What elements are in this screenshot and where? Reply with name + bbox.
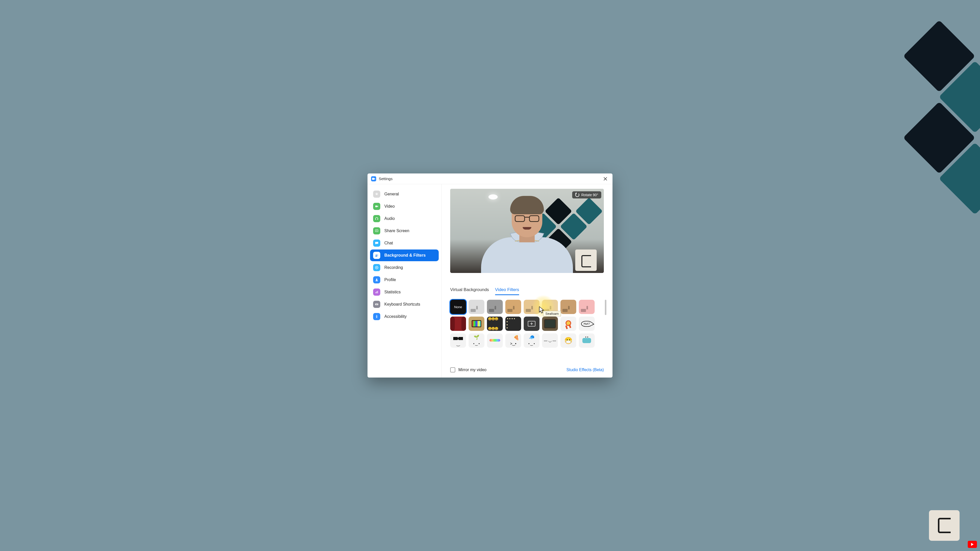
filter-emoji-border[interactable] [487,317,503,331]
person-preview [481,199,573,273]
filter-black-and-white[interactable] [469,300,484,314]
filters-scrollbar[interactable] [605,300,606,315]
svg-point-22 [376,315,377,316]
settings-dialog: Settings General Video Audio Share Scree… [368,173,612,378]
filter-baseball-cap[interactable] [524,333,539,348]
sidebar-item-recording[interactable]: Recording [370,262,439,273]
sidebar-item-label: Chat [384,241,393,245]
tab-virtual-backgrounds[interactable]: Virtual Backgrounds [450,287,489,295]
sidebar-item-label: Keyboard Shortcuts [384,302,420,306]
svg-rect-14 [377,291,378,293]
filter-pink[interactable] [579,300,595,314]
svg-rect-13 [376,291,377,293]
filter-gray[interactable] [487,300,503,314]
svg-rect-8 [377,254,378,256]
settings-content: Rotate 90° Virtual Backgrounds Video Fil… [442,184,612,378]
filter-none-label: None [454,305,462,309]
sidebar-item-label: Recording [384,265,403,270]
chart-icon [373,289,380,295]
titlebar: Settings [368,173,612,184]
svg-rect-5 [377,219,378,220]
filter-tabs: Virtual Backgrounds Video Filters [450,287,604,295]
svg-rect-15 [375,303,378,305]
gear-icon [373,191,380,198]
svg-rect-18 [376,304,377,304]
backdrop-logo-box [929,510,959,541]
sidebar-item-label: Share Screen [384,229,409,233]
filter-surgical-mask[interactable] [579,333,595,348]
tab-video-filters[interactable]: Video Filters [495,287,519,295]
svg-point-7 [375,254,377,256]
sidebar-item-background-filters[interactable]: Background & Filters [370,249,439,261]
sidebar-item-statistics[interactable]: Statistics [370,286,439,298]
headphones-icon [373,215,380,222]
close-button[interactable] [602,175,609,183]
svg-point-10 [376,267,377,268]
share-screen-icon [373,227,380,234]
filter-sepia-dark[interactable] [560,300,576,314]
filter-none[interactable]: None [450,300,466,314]
sidebar-item-label: Statistics [384,290,401,294]
speech-bubble-text: Huh? [581,321,592,327]
desk-logo-box [575,249,597,271]
filter-award-ribbon[interactable] [560,317,576,331]
youtube-subscribe-badge[interactable] [968,541,977,548]
background-icon [373,252,380,259]
sidebar-item-video[interactable]: Video [370,200,439,212]
filter-wide-smile[interactable] [542,333,558,348]
filter-pizza-face[interactable] [505,333,521,348]
rotate-90-button[interactable]: Rotate 90° [572,191,601,198]
svg-rect-21 [376,305,378,305]
filter-crop-frame[interactable] [524,317,539,331]
filter-deal-sunglasses[interactable] [450,333,466,348]
content-footer: Mirror my video Studio Effects (Beta) [450,367,604,372]
video-icon [373,203,380,210]
filter-old-tv[interactable] [542,317,558,331]
sidebar-item-accessibility[interactable]: Accessibility [370,311,439,322]
chat-icon [373,240,380,247]
sidebar-item-general[interactable]: General [370,188,439,200]
filter-speech-huh[interactable]: Huh? [579,317,595,331]
studio-effects-link[interactable]: Studio Effects (Beta) [566,368,604,372]
sidebar-item-chat[interactable]: Chat [370,237,439,249]
filter-theater-curtains[interactable] [450,317,466,331]
sidebar-item-label: Profile [384,278,396,282]
mirror-video-checkbox[interactable] [450,367,455,372]
filter-sepia-warm[interactable] [505,300,521,314]
svg-rect-17 [376,304,376,304]
svg-rect-12 [375,292,376,293]
video-filters-grid: None Huh? [450,300,604,348]
rotate-label: Rotate 90° [581,193,598,197]
mirror-video-label[interactable]: Mirror my video [458,368,487,372]
sidebar-item-share-screen[interactable]: Share Screen [370,225,439,237]
filter-vanity-lights[interactable] [505,317,521,331]
filter-seafoam[interactable] [542,300,558,314]
sidebar-item-label: Audio [384,216,395,221]
svg-rect-20 [377,304,378,304]
keyboard-icon [373,301,380,308]
zoom-app-icon [371,176,376,181]
svg-rect-4 [375,219,376,220]
sidebar-item-audio[interactable]: Audio [370,213,439,224]
sidebar-item-keyboard-shortcuts[interactable]: Keyboard Shortcuts [370,299,439,310]
sidebar-item-label: Video [384,204,395,209]
svg-rect-3 [375,206,377,207]
rotate-icon [575,193,579,197]
filter-sepia-light[interactable] [524,300,539,314]
close-icon [603,177,608,181]
filter-rainbow-cheeks[interactable] [487,333,503,348]
sidebar-item-profile[interactable]: Profile [370,274,439,286]
settings-sidebar: General Video Audio Share Screen Chat Ba… [368,184,442,378]
sidebar-item-label: Background & Filters [384,253,426,258]
ceiling-light [488,194,498,200]
filter-face-mask-n95[interactable] [560,333,576,348]
sidebar-item-label: General [384,192,399,197]
video-preview: Rotate 90° [450,189,604,273]
svg-point-11 [376,279,377,280]
window-title: Settings [379,176,393,181]
filter-sprout-face[interactable] [469,333,484,348]
accessibility-icon [373,313,380,320]
sidebar-item-label: Accessibility [384,314,407,319]
filter-retro-tv-bars[interactable] [469,317,484,331]
profile-icon [373,276,380,283]
